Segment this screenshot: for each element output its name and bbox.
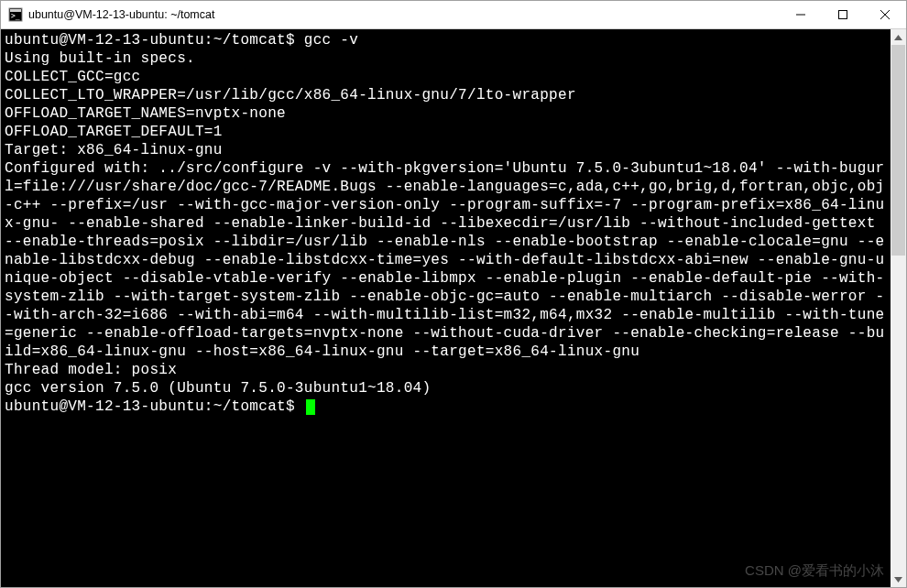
scrollbar-vertical[interactable] xyxy=(891,29,906,587)
window-controls xyxy=(780,1,906,28)
command-text: gcc -v xyxy=(304,32,358,49)
shell-prompt: ubuntu@VM-12-13-ubuntu:~/tomcat$ xyxy=(5,32,304,49)
svg-text:>_: >_ xyxy=(11,12,20,20)
titlebar[interactable]: >_ ubuntu@VM-12-13-ubuntu: ~/tomcat xyxy=(1,1,906,29)
scroll-up-button[interactable] xyxy=(891,29,906,45)
minimize-button[interactable] xyxy=(780,1,822,28)
maximize-button[interactable] xyxy=(822,1,864,28)
svg-line-5 xyxy=(880,10,890,19)
output-line: COLLECT_GCC=gcc xyxy=(5,69,141,85)
terminal-output[interactable]: ubuntu@VM-12-13-ubuntu:~/tomcat$ gcc -v … xyxy=(1,29,891,587)
output-line: COLLECT_LTO_WRAPPER=/usr/lib/gcc/x86_64-… xyxy=(5,87,576,103)
cursor-block xyxy=(306,399,315,415)
output-line: Configured with: ../src/configure -v --w… xyxy=(5,160,884,360)
svg-marker-7 xyxy=(894,35,902,40)
terminal-window: >_ ubuntu@VM-12-13-ubuntu: ~/tomcat ubun… xyxy=(0,0,907,588)
terminal-area: ubuntu@VM-12-13-ubuntu:~/tomcat$ gcc -v … xyxy=(1,29,906,587)
scroll-track[interactable] xyxy=(891,45,906,572)
scroll-down-button[interactable] xyxy=(891,572,906,587)
output-line: OFFLOAD_TARGET_DEFAULT=1 xyxy=(5,124,223,140)
scroll-thumb[interactable] xyxy=(891,45,905,256)
output-line: OFFLOAD_TARGET_NAMES=nvptx-none xyxy=(5,105,286,122)
shell-prompt: ubuntu@VM-12-13-ubuntu:~/tomcat$ xyxy=(5,398,304,415)
output-line: Thread model: posix xyxy=(5,362,177,378)
output-line: Target: x86_64-linux-gnu xyxy=(5,142,223,158)
terminal-icon: >_ xyxy=(8,7,23,22)
output-line: Using built-in specs. xyxy=(5,50,195,67)
window-title: ubuntu@VM-12-13-ubuntu: ~/tomcat xyxy=(28,8,780,21)
svg-rect-4 xyxy=(839,11,847,19)
output-line: gcc version 7.5.0 (Ubuntu 7.5.0-3ubuntu1… xyxy=(5,380,431,397)
close-button[interactable] xyxy=(864,1,906,28)
svg-marker-8 xyxy=(894,577,902,583)
svg-line-6 xyxy=(880,10,890,19)
